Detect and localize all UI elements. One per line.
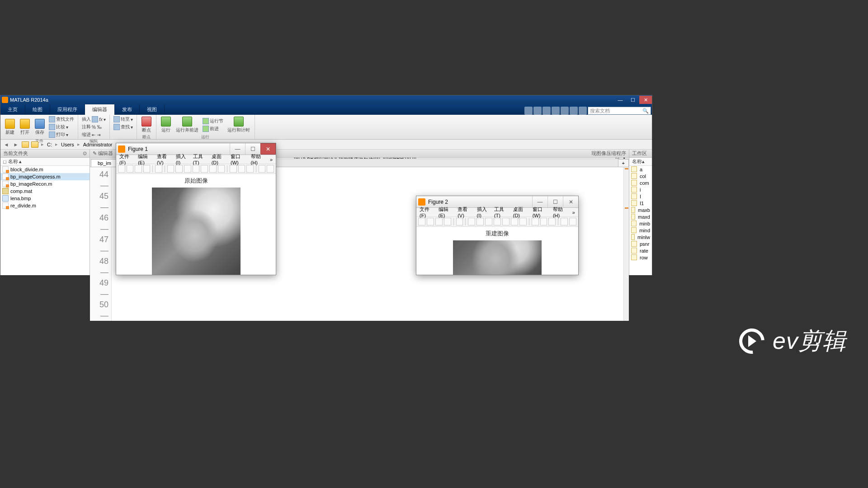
colorbar-icon[interactable]	[532, 218, 539, 225]
tab-editor[interactable]: 编辑器	[85, 104, 115, 115]
workspace-var[interactable]: mind	[629, 227, 652, 234]
code-minimap[interactable]	[623, 167, 629, 321]
find-button[interactable]: 查找 ▾	[113, 123, 134, 131]
figure-menu-item[interactable]: 编辑(E)	[137, 153, 155, 166]
tab-plots[interactable]: 绘图	[25, 104, 50, 115]
figure-menu-item[interactable]: 查看(V)	[156, 153, 174, 166]
tab-publish[interactable]: 发布	[115, 104, 140, 115]
workspace-var[interactable]: I	[629, 193, 652, 200]
close-button[interactable]: ✕	[639, 96, 652, 104]
datatip-icon[interactable]	[502, 218, 509, 225]
indent-button[interactable]: 缩进 ⇤ ⇥	[81, 131, 107, 138]
minimize-button[interactable]: —	[614, 96, 627, 104]
figure-menu-item[interactable]: 插入(I)	[476, 206, 492, 219]
figure1-window[interactable]: Figure 1 — ☐ ✕ 文件(F)编辑(E)查看(V)插入(I)工具(T)…	[116, 143, 276, 275]
comment-button[interactable]: 注释 % ‰	[81, 123, 107, 131]
print-button[interactable]: 打印 ▾	[48, 131, 75, 138]
figure2-window[interactable]: Figure 2 — ☐ ✕ 文件(F)编辑(E)查看(V)插入(I)工具(T)…	[416, 196, 579, 275]
dock-icon[interactable]	[569, 218, 576, 225]
figure-menu-item[interactable]: 帮助(H)	[250, 153, 268, 166]
legend-icon[interactable]	[238, 165, 245, 173]
tab-apps[interactable]: 应用程序	[50, 104, 85, 115]
figure-menu-item[interactable]: 工具(T)	[493, 206, 511, 219]
save-button[interactable]: 保存	[33, 118, 47, 136]
compare-button[interactable]: 比较 ▾	[48, 123, 75, 131]
file-item[interactable]: block_divide.m	[0, 166, 90, 173]
quick-copy-icon[interactable]	[542, 107, 551, 115]
new-figure-icon[interactable]	[118, 165, 125, 173]
hide-tools-icon[interactable]	[561, 218, 568, 225]
workspace-var[interactable]: com	[629, 179, 652, 186]
brush-icon[interactable]	[511, 218, 518, 225]
menu-overflow-icon[interactable]: »	[269, 156, 274, 163]
save-figure-icon[interactable]	[435, 218, 443, 225]
brush-icon[interactable]	[209, 165, 217, 173]
zoom-in-icon[interactable]	[468, 218, 475, 225]
goto-button[interactable]: 转至 ▾	[113, 116, 134, 123]
crumb-users[interactable]: Users	[60, 142, 75, 147]
link-icon[interactable]	[519, 218, 527, 225]
axes-icon[interactable]	[548, 218, 556, 225]
tab-home[interactable]: 主页	[0, 104, 25, 115]
run-button[interactable]: 运行	[159, 116, 173, 134]
workspace-col-header[interactable]: 名称	[632, 158, 642, 165]
rotate-icon[interactable]	[494, 218, 501, 225]
run-time-button[interactable]: 运行和计时	[226, 116, 252, 134]
workspace-var[interactable]: minb	[629, 220, 652, 227]
find-files-button[interactable]: 查找文件	[48, 116, 75, 123]
print-figure-icon[interactable]	[143, 165, 151, 173]
run-section-button[interactable]: 运行节	[202, 117, 224, 125]
figure-menu-item[interactable]: 帮助(H)	[552, 206, 570, 219]
quick-undo-icon[interactable]	[552, 107, 560, 115]
crumb-c[interactable]: C:	[46, 142, 53, 147]
new-figure-icon[interactable]	[418, 218, 425, 225]
pointer-icon[interactable]	[456, 218, 463, 225]
tab-view[interactable]: 视图	[140, 104, 165, 115]
breakpoints-button[interactable]: 断点	[140, 116, 153, 134]
quick-help-icon[interactable]	[579, 107, 587, 115]
workspace-var[interactable]: psnr	[629, 240, 652, 247]
browse-button[interactable]	[31, 141, 39, 149]
dock-icon[interactable]	[267, 165, 274, 173]
figure-menu-item[interactable]: 编辑(E)	[437, 206, 455, 219]
search-docs-input[interactable]: 搜索文档 🔍	[588, 107, 651, 115]
forward-button[interactable]: ►	[12, 141, 20, 149]
maximize-button[interactable]: ☐	[627, 96, 639, 104]
axes-icon[interactable]	[246, 165, 254, 173]
editor-tab-bp[interactable]: bp_im	[91, 159, 118, 167]
legend-icon[interactable]	[540, 218, 547, 225]
crumb-admin[interactable]: Administrator	[82, 142, 113, 147]
workspace-var[interactable]: col	[629, 173, 652, 179]
workspace-var[interactable]: minlw	[629, 234, 652, 240]
open-figure-icon[interactable]	[427, 218, 434, 225]
figure-menu-item[interactable]: 窗口(W)	[531, 206, 551, 219]
pan-icon[interactable]	[485, 218, 492, 225]
editor-tab-add[interactable]: +	[618, 159, 629, 167]
rotate-icon[interactable]	[193, 165, 200, 173]
file-item[interactable]: bp_imageRecon.m	[0, 180, 90, 188]
col-name-header[interactable]: 名称	[8, 158, 18, 165]
quick-cut-icon[interactable]	[524, 107, 533, 115]
quick-redo-icon[interactable]	[561, 107, 569, 115]
workspace-var[interactable]: I1	[629, 200, 652, 206]
panel-menu-icon[interactable]: ⊙	[83, 150, 87, 156]
link-icon[interactable]	[218, 165, 225, 173]
figure-menu-item[interactable]: 工具(T)	[192, 153, 209, 166]
figure-menu-item[interactable]: 文件(F)	[118, 153, 136, 166]
figure-menu-item[interactable]: 插入(I)	[175, 153, 191, 166]
figure-menu-item[interactable]: 窗口(W)	[229, 153, 249, 166]
workspace-var[interactable]: rate	[629, 247, 652, 254]
pan-icon[interactable]	[184, 165, 191, 173]
zoom-in-icon[interactable]	[167, 165, 175, 173]
zoom-out-icon[interactable]	[175, 165, 183, 173]
new-button[interactable]: 新建	[3, 118, 17, 136]
figure-menu-item[interactable]: 查看(V)	[456, 206, 474, 219]
open-button[interactable]: 打开	[18, 118, 32, 136]
figure-menu-item[interactable]: 桌面(D)	[210, 153, 228, 166]
workspace-var[interactable]: i	[629, 186, 652, 193]
open-figure-icon[interactable]	[127, 165, 134, 173]
workspace-var[interactable]: row	[629, 254, 652, 261]
quick-save-icon[interactable]	[533, 107, 542, 115]
datatip-icon[interactable]	[201, 165, 208, 173]
file-item[interactable]: lena.bmp	[0, 195, 90, 202]
